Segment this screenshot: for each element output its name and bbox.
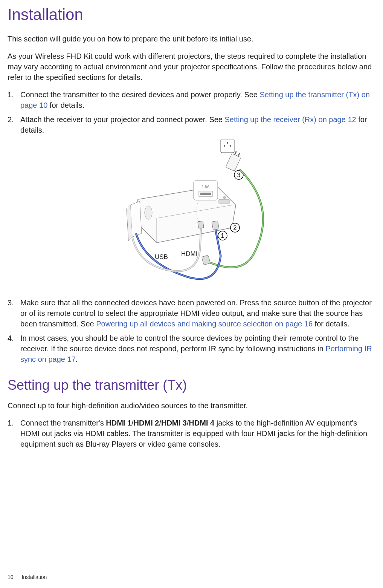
- power-connector-icon: [201, 255, 210, 265]
- step-1: Connect the transmitter to the desired d…: [8, 89, 375, 110]
- page-number: 10: [8, 574, 14, 580]
- tx-hdmi4: HDMI 4: [189, 419, 214, 427]
- section-transmitter-title: Setting up the transmitter (Tx): [8, 376, 375, 395]
- svg-point-1: [224, 145, 225, 147]
- svg-rect-0: [221, 139, 234, 153]
- connection-diagram: 3: [20, 139, 375, 290]
- step-4-text-a: In most cases, you should be able to con…: [20, 334, 359, 353]
- svg-rect-8: [219, 199, 229, 204]
- link-power-devices[interactable]: Powering up all devices and making sourc…: [96, 320, 313, 328]
- usb-label: USB: [155, 253, 168, 260]
- hdmi-connector-icon: [212, 221, 219, 230]
- step-3: Make sure that all the connected devices…: [8, 297, 375, 329]
- svg-point-2: [230, 145, 231, 147]
- section-transmitter-intro: Connect up to four high-definition audio…: [8, 400, 375, 411]
- transmitter-steps: Connect the transmitter's HDMI 1/HDMI 2/…: [8, 418, 375, 449]
- step-1-text-b: for details.: [47, 101, 84, 109]
- svg-line-6: [238, 153, 240, 156]
- transmitter-step-1: Connect the transmitter's HDMI 1/HDMI 2/…: [8, 418, 375, 449]
- intro-paragraph-2: As your Wireless FHD Kit could work with…: [8, 51, 375, 83]
- usb-port-amperage: 1.5A: [201, 185, 209, 189]
- page-title: Installation: [8, 4, 375, 26]
- step-3-text-b: for details.: [313, 320, 349, 328]
- tx-hdmi3: HDMI 3: [161, 419, 187, 427]
- svg-rect-10: [194, 181, 218, 200]
- hdmi-label: HDMI: [181, 250, 197, 257]
- link-setup-receiver[interactable]: Setting up the receiver (Rx) on page 12: [225, 115, 356, 124]
- callout-3-label: 3: [237, 172, 240, 178]
- callout-1-label: 1: [221, 233, 224, 239]
- installation-steps: Connect the transmitter to the desired d…: [8, 89, 375, 364]
- step-4-text-b: .: [76, 355, 78, 363]
- step-2: Attach the receiver to your projector an…: [8, 114, 375, 290]
- svg-line-5: [235, 151, 236, 155]
- page-footer: 10 Installation: [8, 574, 47, 581]
- svg-rect-12: [200, 193, 211, 195]
- tx-hdmi2: HDMI 2: [134, 419, 159, 427]
- step-2-text-a: Attach the receiver to your projector an…: [20, 115, 225, 124]
- receiver-icon: [127, 201, 142, 241]
- power-plug-icon: [226, 150, 243, 171]
- svg-point-9: [223, 196, 226, 199]
- step-1-text-a: Connect the transmitter to the desired d…: [20, 90, 260, 99]
- projector-connection-illustration: 3: [119, 139, 277, 290]
- intro-paragraph-1: This section will guide you on how to pr…: [8, 34, 375, 44]
- usb-connector-icon: [197, 221, 203, 228]
- callout-2-label: 2: [233, 225, 237, 231]
- svg-rect-3: [227, 142, 228, 144]
- tx-step1-a: Connect the transmitter's: [20, 419, 106, 427]
- wall-outlet-icon: [221, 139, 234, 153]
- svg-point-7: [145, 206, 152, 219]
- footer-section: Installation: [21, 574, 47, 580]
- step-4: In most cases, you should be able to con…: [8, 333, 375, 364]
- tx-hdmi1: HDMI 1: [106, 419, 131, 427]
